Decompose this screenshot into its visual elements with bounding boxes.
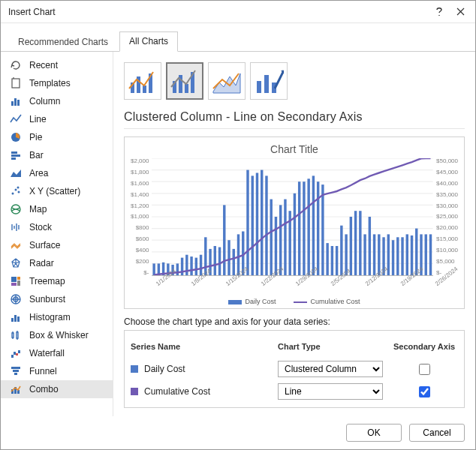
- sidebar-item-radar[interactable]: Radar: [1, 254, 113, 272]
- tab-all-charts[interactable]: All Charts: [119, 32, 178, 52]
- svg-rect-94: [341, 226, 343, 275]
- sidebar-item-histogram[interactable]: Histogram: [1, 308, 113, 326]
- chart-legend: Daily Cost Cumulative Cost: [131, 298, 458, 305]
- svg-rect-67: [214, 246, 216, 275]
- variant-1[interactable]: [124, 62, 161, 100]
- svg-rect-62: [191, 256, 193, 275]
- svg-rect-85: [298, 182, 300, 275]
- sidebar-item-map[interactable]: Map: [1, 200, 113, 218]
- sidebar-item-waterfall[interactable]: Waterfall: [1, 344, 113, 362]
- svg-rect-105: [392, 240, 394, 275]
- svg-rect-100: [369, 217, 371, 275]
- sidebar-item-combo[interactable]: Combo: [1, 380, 113, 398]
- close-button[interactable]: [450, 2, 471, 22]
- svg-rect-21: [17, 316, 20, 322]
- svg-rect-71: [233, 249, 235, 275]
- sidebar-item-pie[interactable]: Pie: [1, 128, 113, 146]
- svg-rect-68: [218, 248, 221, 275]
- chart-type-icon: [10, 311, 22, 323]
- svg-rect-80: [275, 217, 277, 275]
- series-config-label: Choose the chart type and axis for your …: [124, 316, 465, 330]
- svg-rect-40: [257, 81, 261, 93]
- variant-3[interactable]: [208, 62, 246, 100]
- svg-rect-41: [264, 75, 269, 93]
- cancel-button[interactable]: Cancel: [409, 424, 465, 442]
- svg-rect-38: [185, 84, 188, 93]
- svg-rect-92: [331, 246, 333, 275]
- svg-rect-82: [285, 200, 287, 275]
- help-button[interactable]: [429, 2, 450, 22]
- svg-rect-84: [294, 194, 296, 275]
- svg-rect-96: [350, 217, 352, 275]
- line-swatch-icon: [294, 302, 307, 303]
- variant-2[interactable]: [166, 62, 203, 100]
- sidebar-item-surface[interactable]: Surface: [1, 236, 113, 254]
- chart-type-icon: [10, 113, 22, 125]
- ok-button[interactable]: OK: [346, 424, 402, 442]
- svg-rect-23: [14, 352, 16, 355]
- sidebar-item-box-whisker[interactable]: Box & Whisker: [1, 326, 113, 344]
- chart-type-icon: [10, 185, 22, 197]
- svg-rect-20: [14, 315, 17, 322]
- svg-rect-33: [137, 76, 140, 93]
- sidebar-item-templates[interactable]: Templates: [1, 74, 113, 92]
- sidebar-item-line[interactable]: Line: [1, 110, 113, 128]
- svg-rect-108: [406, 234, 408, 275]
- sidebar-item-funnel[interactable]: Funnel: [1, 362, 113, 380]
- series-row-daily: Daily Cost Clustered Column: [131, 358, 458, 380]
- series-type-select[interactable]: Line: [278, 383, 383, 400]
- svg-rect-109: [411, 236, 413, 275]
- svg-point-8: [12, 193, 14, 195]
- secondary-axis-checkbox[interactable]: [419, 386, 430, 398]
- svg-rect-22: [11, 355, 14, 358]
- sidebar-item-sunburst[interactable]: Sunburst: [1, 290, 113, 308]
- sidebar-item-column[interactable]: Column: [1, 92, 113, 110]
- svg-rect-106: [397, 237, 399, 275]
- legend-item-cumulative: Cumulative Cost: [294, 298, 360, 305]
- chart-type-icon: [10, 59, 22, 71]
- svg-rect-34: [143, 86, 146, 93]
- titlebar: Insert Chart: [1, 1, 475, 23]
- svg-rect-19: [11, 318, 14, 322]
- svg-rect-54: [153, 263, 155, 275]
- svg-rect-6: [11, 154, 20, 157]
- dialog-title: Insert Chart: [8, 7, 429, 17]
- svg-rect-24: [16, 353, 18, 356]
- series-type-select[interactable]: Clustered Column: [278, 361, 383, 377]
- svg-point-11: [17, 187, 20, 189]
- x-axis: 1/1/20241/8/20241/15/20241/22/20241/29/2…: [155, 278, 434, 284]
- svg-point-10: [18, 191, 20, 194]
- svg-rect-89: [317, 182, 319, 275]
- svg-rect-107: [402, 237, 404, 275]
- chart-type-icon: [10, 131, 22, 143]
- col-header-axis: Secondary Axis: [390, 342, 458, 351]
- sidebar-item-bar[interactable]: Bar: [1, 146, 113, 164]
- svg-rect-26: [11, 367, 20, 369]
- y-axis-primary: $2,000$1,800$1,600$1,400$1,200$1,000$800…: [131, 158, 149, 276]
- chart-type-icon: [10, 275, 22, 287]
- svg-rect-76: [256, 173, 258, 276]
- svg-rect-63: [195, 258, 197, 275]
- variant-heading: Clustered Column - Line on Secondary Axi…: [124, 110, 465, 129]
- svg-rect-93: [336, 246, 338, 275]
- series-name: Daily Cost: [144, 364, 185, 374]
- chart-type-icon: [10, 77, 22, 89]
- variant-4[interactable]: [250, 62, 288, 100]
- chart-type-sidebar: RecentTemplatesColumnLinePieBarAreaX Y (…: [1, 52, 113, 416]
- series-name: Cumulative Cost: [144, 386, 210, 397]
- sidebar-item-x-y-scatter-[interactable]: X Y (Scatter): [1, 182, 113, 200]
- svg-rect-13: [11, 277, 17, 282]
- plot-area: [152, 158, 433, 276]
- chart-type-icon: [10, 383, 22, 395]
- sidebar-item-recent[interactable]: Recent: [1, 56, 113, 74]
- sidebar-item-area[interactable]: Area: [1, 164, 113, 182]
- sidebar-item-treemap[interactable]: Treemap: [1, 272, 113, 290]
- secondary-axis-checkbox[interactable]: [419, 364, 430, 375]
- chart-type-icon: [10, 95, 22, 107]
- chart-type-icon: [10, 365, 22, 377]
- sidebar-item-stock[interactable]: Stock: [1, 218, 113, 236]
- svg-rect-2: [14, 98, 17, 106]
- chart-type-icon: [10, 221, 22, 233]
- main-panel: Clustered Column - Line on Secondary Axi…: [113, 52, 475, 416]
- tab-recommended[interactable]: Recommended Charts: [8, 32, 118, 52]
